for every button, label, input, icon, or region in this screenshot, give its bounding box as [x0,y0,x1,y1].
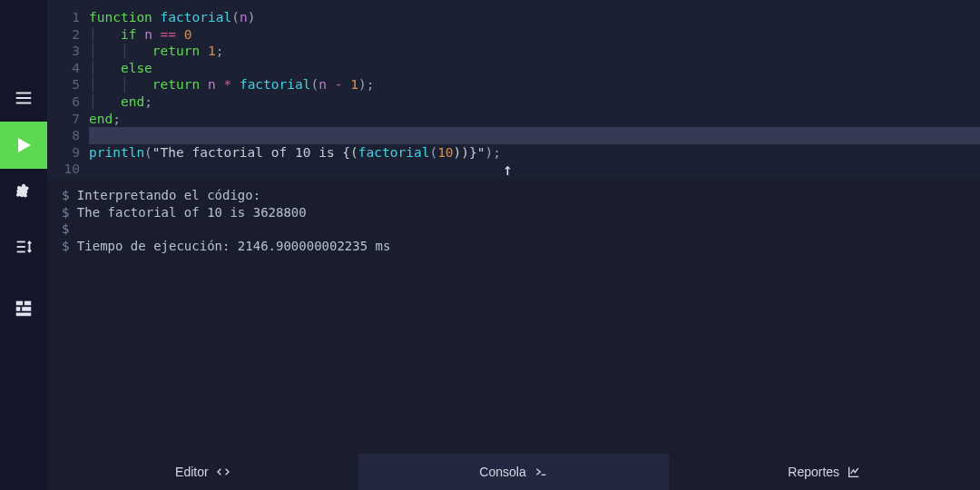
svg-marker-3 [18,138,31,152]
line-number: 5 [47,76,80,93]
bottom-tabs: Editor Consola Reportes [47,454,980,490]
steps-button[interactable] [0,223,47,270]
console-line: $ The factorial of 10 is 3628800 [47,204,980,221]
line-number: 7 [47,111,80,128]
line-number: 2 [47,26,80,44]
line-number: 9 [47,144,80,162]
svg-rect-12 [16,313,32,317]
main-area: 1 2 3 4 5 6 7 8 9 10 function factorial(… [47,0,980,490]
svg-rect-10 [16,307,21,311]
line-number: 10 [47,161,80,178]
console-line: $ [47,220,980,238]
code-line[interactable]: function factorial(n) [89,9,980,26]
code-line[interactable]: end; [89,111,980,128]
tab-label: Editor [175,465,209,479]
svg-rect-11 [22,307,31,311]
gear-flower-icon [14,182,34,202]
code-line[interactable]: │ │ return 1; [89,43,980,60]
code-editor[interactable]: 1 2 3 4 5 6 7 8 9 10 function factorial(… [47,0,980,178]
console-line: $ Interpretando el código: [47,187,980,204]
line-number: 8 [47,127,80,144]
menu-icon [14,88,34,108]
code-line[interactable]: │ │ return n * factorial(n - 1); [89,76,980,93]
chart-icon [847,465,861,479]
play-icon [13,134,34,156]
line-gutter: 1 2 3 4 5 6 7 8 9 10 [47,9,89,178]
code-line-current[interactable]: │ [89,127,980,144]
tab-label: Reportes [788,465,839,479]
svg-rect-9 [24,301,31,306]
code-line[interactable]: println("The factorial of 10 is {(factor… [89,144,980,162]
list-arrows-icon [14,237,34,257]
grid-button[interactable] [0,285,47,332]
line-number: 4 [47,60,80,77]
run-button[interactable] [0,122,47,169]
svg-rect-8 [16,301,23,306]
code-line[interactable]: │ else [89,60,980,77]
code-line[interactable]: │ if n == 0 [89,26,980,44]
line-number: 1 [47,9,80,26]
tab-label: Consola [479,465,525,479]
tab-editor[interactable]: Editor [47,454,358,490]
terminal-icon [534,465,548,479]
tab-consola[interactable]: Consola [358,454,670,490]
code-line[interactable]: │ end; [89,93,980,111]
code-line[interactable] [89,161,980,178]
sidebar [0,0,47,490]
settings-button[interactable] [0,169,47,216]
console-line: $ Tiempo de ejecución: 2146.900000002235… [47,238,980,255]
line-number: 6 [47,93,80,111]
code-icon [216,465,230,479]
tab-reportes[interactable]: Reportes [669,454,980,490]
grid-icon [14,299,34,318]
line-number: 3 [47,43,80,60]
menu-button[interactable] [0,74,47,122]
code-body[interactable]: function factorial(n) │ if n == 0 │ │ re… [89,9,980,178]
console-panel[interactable]: $ Interpretando el código: $ The factori… [47,178,980,454]
